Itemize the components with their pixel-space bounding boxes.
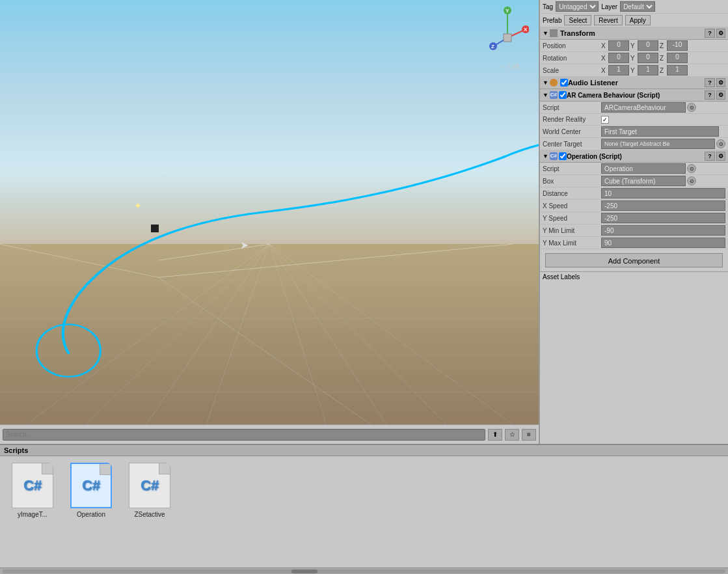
script-file-operation[interactable]: C#	[70, 463, 112, 508]
pos-x-label: X	[601, 42, 608, 49]
y-min-value[interactable]: -90	[601, 225, 725, 236]
script-file-yimaget[interactable]: C#	[12, 463, 53, 508]
scene-cube-object[interactable]	[151, 225, 159, 232]
select-button[interactable]: Select	[564, 15, 591, 25]
y-speed-label: Y Speed	[543, 215, 601, 222]
scroll-thumb[interactable]	[291, 569, 317, 573]
audio-help-btn[interactable]: ?	[705, 78, 715, 87]
y-max-label: Y Max Limit	[543, 239, 601, 247]
x-speed-label: X Speed	[543, 202, 601, 210]
scene-btn-1[interactable]: ⬆	[488, 429, 502, 441]
revert-button[interactable]: Revert	[594, 15, 622, 25]
tag-layer-row: Tag Untagged Layer Default	[540, 0, 728, 14]
op-gear-btn[interactable]: ⚙	[716, 152, 725, 161]
audio-gear-btn[interactable]: ⚙	[716, 78, 725, 87]
ar-help-btn[interactable]: ?	[705, 90, 715, 100]
op-script-label: Script	[543, 165, 601, 172]
scale-y-input[interactable]: 1	[638, 65, 658, 75]
scene-btn-2[interactable]: ☆	[505, 429, 519, 441]
y-max-row: Y Max Limit 90	[540, 237, 728, 249]
pos-x-input[interactable]: 0	[608, 40, 629, 51]
left-label: ← Left	[500, 63, 519, 70]
asset-labels-text: Asset Labels	[543, 273, 580, 280]
op-help-btn[interactable]: ?	[705, 152, 715, 161]
apply-button[interactable]: Apply	[625, 15, 651, 25]
audio-enable-checkbox[interactable]	[560, 79, 568, 87]
script-icon-yimaget[interactable]: C# yImageT...	[7, 463, 59, 518]
tag-select[interactable]: Untagged	[556, 1, 599, 12]
bottom-panel: Scripts C# yImageT... C# Operation C# ZS…	[0, 444, 728, 574]
ground-background	[0, 244, 539, 444]
transform-title: Transform	[560, 29, 595, 37]
box-circle-btn[interactable]: ⊙	[687, 176, 696, 185]
op-script-circle-btn[interactable]: ⊙	[687, 164, 696, 173]
transform-gear-btn[interactable]: ⚙	[716, 29, 725, 38]
rot-y-input[interactable]: 0	[638, 53, 658, 63]
ar-script-circle-btn[interactable]: ⊙	[687, 103, 696, 112]
scene-bottom-toolbar: ⬆ ☆ ≡	[0, 424, 539, 444]
ar-script-row: Script ARCameraBehaviour ⊙	[540, 102, 728, 114]
center-target-value: None (Target Abstract Be	[604, 141, 670, 147]
distance-row: Distance 10	[540, 187, 728, 200]
ar-gear-btn[interactable]: ⚙	[716, 90, 725, 100]
ar-icon: C#	[550, 91, 558, 99]
rot-z-input[interactable]: 0	[667, 53, 688, 63]
layer-select[interactable]: Default	[620, 1, 655, 12]
scroll-track[interactable]	[3, 569, 725, 573]
ar-camera-header[interactable]: ▼ C# AR Camera Behaviour (Script) ? ⚙	[540, 89, 728, 102]
center-target-dropdown[interactable]: None (Target Abstract Be	[601, 139, 715, 149]
transform-header[interactable]: ▼ Transform ? ⚙	[540, 27, 728, 40]
scene-view[interactable]: ✦ ➤ Y X	[0, 0, 539, 444]
position-label: Position	[543, 42, 601, 49]
rotation-label: Rotation	[543, 55, 601, 62]
layer-label: Layer	[601, 3, 617, 10]
asset-labels-bar: Asset Labels	[540, 271, 728, 282]
scene-gizmo[interactable]: Y X Z	[487, 5, 526, 57]
bottom-scrollbar[interactable]	[0, 567, 728, 574]
distance-label: Distance	[543, 190, 601, 197]
box-row: Box Cube (Transform) ⊙	[540, 175, 728, 187]
audio-icon	[550, 79, 558, 87]
op-script-value: Operation	[601, 163, 686, 174]
ar-script-label: Script	[543, 104, 601, 111]
rot-x-input[interactable]: 0	[608, 53, 629, 63]
script-file-zsetactive[interactable]: C#	[129, 463, 170, 508]
transform-help-btn[interactable]: ?	[705, 29, 715, 38]
op-script-row: Script Operation ⊙	[540, 163, 728, 175]
pos-z-input[interactable]: -10	[667, 40, 688, 51]
scale-x-input[interactable]: 1	[608, 65, 629, 75]
script-icon-zsetactive[interactable]: C# ZSetactive	[124, 463, 176, 518]
script-icon-operation[interactable]: C# Operation	[65, 463, 117, 518]
world-center-arrow: ▼	[720, 129, 725, 135]
prefab-row: Prefab Select Revert Apply	[540, 14, 728, 27]
op-collapse-arrow: ▼	[543, 153, 548, 159]
scene-btn-3[interactable]: ≡	[522, 429, 536, 441]
add-component-button[interactable]: Add Component	[545, 253, 723, 267]
scale-label: Scale	[543, 67, 601, 74]
rot-y-label: Y	[630, 55, 637, 62]
center-target-circle-btn[interactable]: ⊙	[716, 139, 725, 148]
audio-listener-header[interactable]: ▼ Audio Listener ? ⚙	[540, 77, 728, 89]
svg-text:X: X	[524, 27, 528, 33]
operation-header[interactable]: ▼ C# Operation (Script) ? ⚙	[540, 150, 728, 163]
scripts-content: C# yImageT... C# Operation C# ZSetactive	[0, 456, 728, 567]
x-speed-value[interactable]: -250	[601, 200, 725, 211]
op-enable-checkbox[interactable]	[559, 152, 567, 160]
svg-rect-25	[504, 34, 511, 42]
scale-z-input[interactable]: 1	[667, 65, 688, 75]
ar-script-value: ARCameraBehaviour	[601, 102, 686, 113]
script-label-yimaget: yImageT...	[18, 511, 47, 518]
world-center-dropdown[interactable]: First Target	[601, 126, 719, 137]
scene-search-input[interactable]	[3, 429, 485, 441]
distance-value[interactable]: 10	[601, 188, 725, 198]
pos-z-label: Z	[660, 42, 666, 49]
y-max-value[interactable]: 90	[601, 238, 725, 248]
ar-enable-checkbox[interactable]	[559, 91, 567, 99]
world-center-label: World Center	[543, 128, 601, 135]
y-speed-value[interactable]: -250	[601, 213, 725, 223]
render-reality-row: Render Reality ✓	[540, 114, 728, 126]
script-label-operation: Operation	[77, 511, 105, 518]
world-center-value: First Target	[604, 128, 637, 135]
pos-y-input[interactable]: 0	[638, 40, 658, 51]
render-reality-checkbox[interactable]: ✓	[601, 116, 609, 124]
